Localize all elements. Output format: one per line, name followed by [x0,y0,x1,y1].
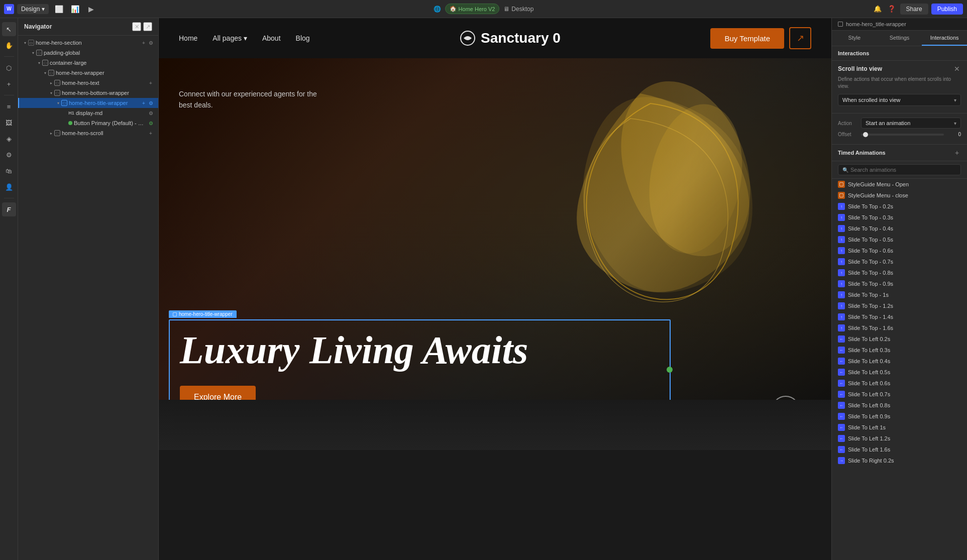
nav-item-button-primary[interactable]: Button Primary (Default) - Dark Mode ⚙ [18,118,158,128]
save-icon[interactable]: ⬜ [52,2,66,16]
offset-slider[interactable] [861,134,944,136]
navigator-close-button[interactable]: ✕ [132,22,141,31]
tab-interactions[interactable]: Interactions [922,31,967,46]
hand-tool[interactable]: ✋ [2,38,16,52]
animation-list-item[interactable]: ←Slide To Left 0.2s [832,333,967,345]
layers-icon[interactable]: ≡ [2,99,16,114]
interactions-title-text: Interactions [838,50,869,56]
animation-list-item[interactable]: ↑Slide To Top - 0.8s [832,267,967,278]
nav-item-settings[interactable]: ⚙ [147,120,154,127]
animation-list-item[interactable]: ←Slide To Left 0.4s [832,356,967,367]
tool-divider-2 [4,95,14,95]
nav-item-home-hero-text[interactable]: ▸ □ home-hero-text + [18,78,158,88]
animation-item-label: Slide To Left 1.6s [848,446,890,453]
animation-item-icon: ← [838,435,845,442]
notification-icon[interactable]: 🔔 [872,4,883,15]
animation-list-item[interactable]: ←Slide To Left 0.8s [832,400,967,411]
nav-home[interactable]: Home [179,34,197,42]
animation-list-item[interactable]: ↑Slide To Top - 0.3s [832,212,967,223]
animation-list-item[interactable]: ↑Slide To Top - 1.2s [832,300,967,311]
add-panel-icon[interactable]: + [2,77,16,91]
symbols-icon[interactable]: ◈ [2,132,16,146]
buy-template-button[interactable]: Buy Template [710,28,784,49]
animation-list-item[interactable]: ↑Slide To Top - 0.5s [832,234,967,245]
animation-list-item[interactable]: ←Slide To Left 1.2s [832,433,967,444]
components-icon[interactable]: ⬡ [2,61,16,75]
animation-list-item[interactable]: ↑Slide To Top - 0.6s [832,245,967,256]
close-scroll-view-button[interactable]: ✕ [953,65,961,73]
globe-button[interactable]: 🌐 [434,6,441,13]
site-arrow-button[interactable]: ↗ [789,27,811,49]
nav-item-home-hero-title-wrapper[interactable]: ▾ □ home-hero-title-wrapper + ⚙ [18,98,158,108]
resize-handle[interactable] [667,367,673,373]
nav-item-padding-global[interactable]: ▾ □ padding-global [18,48,158,58]
nav-item-add[interactable]: + [147,130,154,137]
cms-icon[interactable]: ⚙ [2,148,16,162]
animation-list-item[interactable]: ←Slide To Left 0.6s [832,378,967,389]
nav-item-h1-display-md[interactable]: H1 display-md ⚙ [18,108,158,118]
animation-list-item[interactable]: ↑Slide To Top - 1.4s [832,311,967,322]
project-name: Home Hero V2 [459,6,495,12]
animation-list-item[interactable]: StyleGuide Menu - close [832,190,967,201]
animation-list-item[interactable]: ↑Slide To Top - 0.2s [832,201,967,212]
animation-list-item[interactable]: ←Slide To Left 1.6s [832,444,967,455]
animation-list-item[interactable]: ↑Slide To Top - 0.7s [832,256,967,267]
share-button[interactable]: Share [900,4,928,15]
animation-list-item[interactable]: ↑Slide To Top - 1s [832,289,967,300]
animation-list-item[interactable]: ↑Slide To Top - 1.6s [832,322,967,333]
element-type-icon [838,22,843,27]
publish-button[interactable]: Publish [931,4,963,15]
nav-item-settings[interactable]: ⚙ [147,109,154,117]
tab-style[interactable]: Style [832,31,877,46]
nav-item-label: Button Primary (Default) - Dark Mode [74,120,147,126]
ecomm-icon[interactable]: 🛍 [2,164,16,178]
animation-list-item[interactable]: ←Slide To Left 1s [832,422,967,433]
navigator-title: Navigator [24,23,52,30]
navigator-settings-button[interactable]: ↗ [143,22,152,31]
nav-item-home-hero-wrapper[interactable]: ▾ □ home-hero-wrapper [18,68,158,78]
animation-list-item[interactable]: ←Slide To Left 0.9s [832,411,967,422]
design-mode-button[interactable]: Design ▾ [17,4,49,14]
element-label-text: home-hero-title-wrapper [179,311,233,317]
search-animations-input[interactable] [850,167,956,173]
users-icon[interactable]: 👤 [2,180,16,194]
tab-settings[interactable]: Settings [877,31,922,46]
offset-slider-thumb[interactable] [863,132,868,137]
element-icon [173,312,177,316]
project-tag[interactable]: 🏠 Home Hero V2 [445,4,500,14]
nav-item-home-hero-bottom-wrapper[interactable]: ▾ □ home-hero-bottom-wrapper [18,88,158,98]
nav-item-add[interactable]: + [140,39,147,46]
nav-blog[interactable]: Blog [296,34,310,42]
chevron-icon: ▸ [48,130,54,136]
bottom-preview-section [159,400,831,450]
help-icon[interactable]: ❓ [886,4,897,15]
animation-list-item[interactable]: →Slide To Right 0.2s [832,455,967,466]
nav-item-settings[interactable]: ⚙ [147,99,154,106]
font-icon[interactable]: F [2,202,16,216]
animation-list-item[interactable]: ←Slide To Left 0.5s [832,367,967,378]
nav-about[interactable]: About [262,34,281,42]
nav-item-home-hero-section[interactable]: ▾ ▭ home-hero-section + ⚙ [18,38,158,48]
nav-item-add[interactable]: + [140,99,147,106]
animation-item-label: Slide To Left 0.6s [848,380,890,386]
select-tool[interactable]: ↖ [2,22,16,36]
add-animation-button[interactable]: + [953,149,961,157]
animation-list-item[interactable]: ←Slide To Left 0.3s [832,345,967,356]
canvas-area[interactable]: Home All pages ▾ About Blog Sanctuary 0 [159,18,831,560]
play-icon[interactable]: ▶ [84,2,98,16]
nav-item-add[interactable]: + [147,79,154,86]
nav-item-container-large[interactable]: ▾ □ container-large [18,58,158,68]
search-animations: 🔍 [832,161,967,179]
animation-list-item[interactable]: ←Slide To Left 0.7s [832,389,967,400]
animation-list-item[interactable]: ↑Slide To Top - 0.9s [832,278,967,289]
animation-list-item[interactable]: ↑Slide To Top - 0.4s [832,223,967,234]
nav-item-settings[interactable]: ⚙ [147,39,154,46]
animation-list-item[interactable]: StyleGuide Menu - Open [832,179,967,190]
action-dropdown[interactable]: Start an animation ▾ [861,118,961,129]
trigger-dropdown[interactable]: When scrolled into view ▾ [838,94,961,106]
assets-icon[interactable]: 🖼 [2,116,16,130]
desktop-button[interactable]: 🖥 Desktop [503,6,533,13]
chart-icon[interactable]: 📊 [68,2,82,16]
nav-all-pages[interactable]: All pages ▾ [212,34,247,42]
nav-item-home-hero-scroll[interactable]: ▸ □ home-hero-scroll + [18,128,158,138]
